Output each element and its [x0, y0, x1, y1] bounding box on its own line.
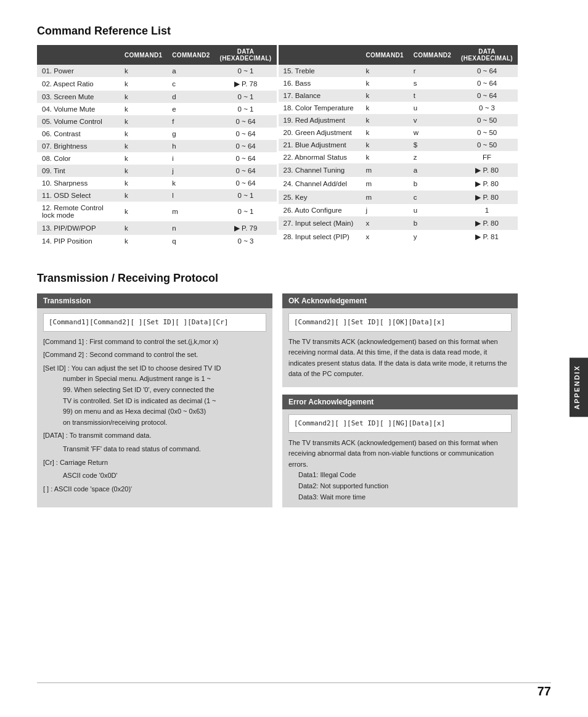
table-row: 12. Remote Control lock mode k m 0 ~ 1	[37, 202, 277, 221]
ok-ack-box: OK Acknowledgement [Command2][ ][Set ID]…	[282, 293, 518, 387]
row-cmd2: c	[167, 77, 214, 91]
transmission-body: [Command1][Command2][ ][Set ID][ ][Data]…	[37, 308, 272, 502]
row-data: FF	[456, 151, 518, 163]
table-row: 13. PIP/DW/POP k n ▶ P. 79	[37, 221, 277, 235]
row-cmd2: a	[409, 163, 456, 177]
ok-ack-cmd-line: [Command2][ ][Set ID][ ][OK][Data][x]	[288, 313, 512, 332]
row-cmd1: k	[361, 139, 409, 151]
appendix-label: APPENDIX	[570, 358, 588, 417]
row-cmd1: k	[361, 102, 409, 114]
row-data: 0 ~ 3	[215, 235, 277, 247]
error-ack-box: Error Acknowledgement [Command2][ ][Set …	[282, 395, 518, 507]
row-cmd2: s	[409, 77, 456, 89]
table-row: 17. Balance k t 0 ~ 64	[279, 89, 518, 102]
row-cmd1: k	[361, 114, 409, 126]
transmission-box: Transmission [Command1][Command2][ ][Set…	[37, 293, 272, 507]
row-data: 0 ~ 64	[215, 177, 277, 189]
table-row: 05. Volume Control k f 0 ~ 64	[37, 115, 277, 128]
row-name: 18. Color Temperature	[279, 102, 361, 114]
row-name: 03. Screen Mute	[37, 91, 120, 103]
table-row: 15. Treble k r 0 ~ 64	[279, 65, 518, 77]
row-name: 14. PIP Position	[37, 235, 120, 247]
row-cmd1: k	[120, 189, 167, 202]
left-col-cmd1: COMMAND1	[120, 45, 167, 65]
row-name: 26. Auto Configure	[279, 204, 361, 216]
left-col-cmd2: COMMAND2	[167, 45, 214, 65]
trans-item-7: [ ] : ASCII code 'space (0x20)'	[43, 484, 266, 495]
row-cmd2: g	[167, 128, 214, 140]
row-data: 0 ~ 3	[456, 102, 518, 114]
row-cmd2: e	[167, 103, 214, 115]
trans-item-6: ASCII code '0x0D'	[43, 470, 266, 481]
row-data: ▶ P. 81	[456, 230, 518, 244]
error-ack-header: Error Acknowledgement	[282, 395, 518, 409]
row-name: 25. Key	[279, 191, 361, 204]
row-cmd1: k	[120, 202, 167, 221]
command-table-right: COMMAND1 COMMAND2 DATA(Hexadecimal) 15. …	[279, 45, 518, 244]
transmission-cmd-line: [Command1][Command2][ ][Set ID][ ][Data]…	[43, 313, 266, 332]
row-data: 0 ~ 50	[456, 139, 518, 151]
row-cmd2: d	[167, 91, 214, 103]
table-row: 14. PIP Position k q 0 ~ 3	[37, 235, 277, 247]
row-cmd1: k	[120, 165, 167, 177]
protocol-columns: Transmission [Command1][Command2][ ][Set…	[37, 293, 518, 507]
row-data: 0 ~ 64	[215, 128, 277, 140]
row-cmd2: z	[409, 151, 456, 163]
row-cmd2: q	[167, 235, 214, 247]
row-cmd2: n	[167, 221, 214, 235]
transmission-header: Transmission	[37, 293, 272, 308]
row-cmd2: $	[409, 139, 456, 151]
row-data: ▶ P. 80	[456, 177, 518, 191]
table-row: 04. Volume Mute k e 0 ~ 1	[37, 103, 277, 115]
table-row: 28. Input select (PIP) x y ▶ P. 81	[279, 230, 518, 244]
row-data: ▶ P. 80	[456, 191, 518, 204]
table-row: 26. Auto Configure j u 1	[279, 204, 518, 216]
row-cmd2: f	[167, 115, 214, 128]
row-name: 10. Sharpness	[37, 177, 120, 189]
row-cmd2: j	[167, 165, 214, 177]
row-cmd2: u	[409, 204, 456, 216]
row-cmd2: u	[409, 102, 456, 114]
row-cmd1: k	[361, 65, 409, 77]
table-row: 10. Sharpness k k 0 ~ 64	[37, 177, 277, 189]
row-data: ▶ P. 79	[215, 221, 277, 235]
row-data: 0 ~ 1	[215, 65, 277, 77]
row-name: 20. Green Adjustment	[279, 126, 361, 139]
right-protocol-column: OK Acknowledgement [Command2][ ][Set ID]…	[282, 293, 518, 507]
table-row: 23. Channel Tuning m a ▶ P. 80	[279, 163, 518, 177]
row-data: 0 ~ 64	[215, 152, 277, 165]
row-name: 02. Aspect Ratio	[37, 77, 120, 91]
row-name: 07. Brightness	[37, 140, 120, 152]
row-cmd2: m	[167, 202, 214, 221]
row-cmd1: x	[361, 216, 409, 230]
row-cmd2: i	[167, 152, 214, 165]
trans-item-5: [Cr] : Carriage Return	[43, 457, 266, 469]
table-row: 22. Abnormal Status k z FF	[279, 151, 518, 163]
right-col-cmd2: COMMAND2	[409, 45, 456, 65]
row-cmd2: k	[167, 177, 214, 189]
trans-item-4: Transmit 'FF' data to read status of com…	[43, 444, 266, 455]
row-cmd1: k	[120, 221, 167, 235]
row-cmd2: l	[167, 189, 214, 202]
ok-ack-description: The TV transmits ACK (acknowledgement) b…	[288, 337, 512, 380]
row-name: 04. Volume Mute	[37, 103, 120, 115]
command-reference-title: Command Reference List	[37, 25, 518, 38]
row-cmd1: k	[120, 140, 167, 152]
row-name: 24. Channel Add/del	[279, 177, 361, 191]
row-cmd1: k	[361, 77, 409, 89]
row-data: 0 ~ 1	[215, 103, 277, 115]
row-cmd1: k	[120, 91, 167, 103]
table-row: 20. Green Adjustment k w 0 ~ 50	[279, 126, 518, 139]
trans-item-0: [Command 1] : First command to control t…	[43, 337, 266, 348]
row-cmd2: y	[409, 230, 456, 244]
row-data: 0 ~ 1	[215, 91, 277, 103]
row-name: 27. Input select (Main)	[279, 216, 361, 230]
error-ack-body: [Command2][ ][Set ID][ ][NG][Data][x] Th…	[282, 409, 518, 507]
ok-ack-header: OK Acknowledgement	[282, 293, 518, 308]
row-data: 0 ~ 64	[215, 140, 277, 152]
table-row: 02. Aspect Ratio k c ▶ P. 78	[37, 77, 277, 91]
row-data: ▶ P. 80	[456, 216, 518, 230]
left-col-name	[37, 45, 120, 65]
table-row: 11. OSD Select k l 0 ~ 1	[37, 189, 277, 202]
row-name: 09. Tint	[37, 165, 120, 177]
